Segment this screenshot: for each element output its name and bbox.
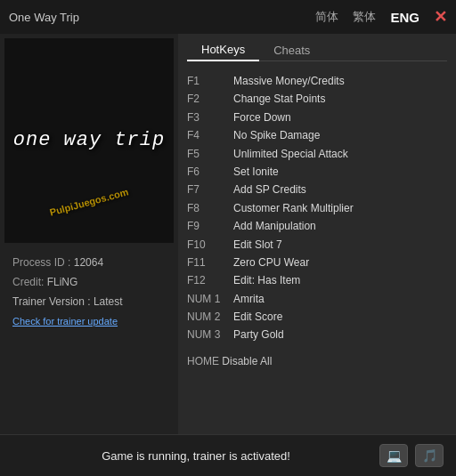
credit-row: Credit: FLiNG <box>12 276 166 288</box>
hotkey-row: F4No Spike Damage <box>187 126 447 144</box>
hotkey-key: F11 <box>187 254 233 271</box>
hotkey-row: F2Change Stat Points <box>187 90 447 108</box>
hotkey-row: F9Add Manipulation <box>187 217 447 235</box>
hotkey-key: F8 <box>187 199 233 217</box>
tabs: HotKeys Cheats <box>187 34 447 61</box>
hotkey-desc: No Spike Damage <box>233 126 320 144</box>
title-bar: One Way Trip 简体 繁体 ENG ✕ <box>0 0 456 34</box>
hotkey-key: F2 <box>187 90 233 108</box>
music-icon[interactable]: 🎵 <box>415 444 444 467</box>
monitor-icon[interactable]: 💻 <box>379 444 408 467</box>
hotkey-key: NUM 2 <box>187 308 233 326</box>
language-buttons: 简体 繁体 ENG ✕ <box>312 7 447 27</box>
app-title: One Way Trip <box>9 11 79 24</box>
lang-simplified[interactable]: 简体 <box>312 7 342 27</box>
hotkey-row: F8Customer Rank Multiplier <box>187 199 447 217</box>
process-id-row: Process ID : 12064 <box>12 256 166 269</box>
tab-cheats[interactable]: Cheats <box>259 39 324 61</box>
lang-traditional[interactable]: 繁体 <box>349 7 379 27</box>
hotkey-key: F5 <box>187 145 233 163</box>
hotkey-key: F12 <box>187 271 233 289</box>
hotkey-row: NUM 1Amrita <box>187 290 447 308</box>
process-id-value: 12064 <box>74 256 103 269</box>
hotkey-key: F10 <box>187 236 233 254</box>
home-section: HOME Disable All <box>187 355 447 367</box>
hotkey-key: F3 <box>187 109 233 126</box>
hotkey-key: F6 <box>187 163 233 181</box>
hotkey-desc: Massive Money/Credits <box>233 72 345 90</box>
tab-hotkeys[interactable]: HotKeys <box>187 39 259 61</box>
hotkey-desc: Add SP Credits <box>233 181 306 198</box>
hotkey-row: F6Set Ionite <box>187 163 447 181</box>
hotkey-key: F9 <box>187 217 233 235</box>
hotkey-desc: Edit: Has Item <box>233 271 300 289</box>
credit-value: FLiNG <box>47 276 78 288</box>
cover-watermark: PulpiJuegos.com <box>6 175 173 230</box>
info-panel: Process ID : 12064 Credit: FLiNG Trainer… <box>0 247 178 343</box>
hotkey-desc: Customer Rank Multiplier <box>233 199 354 217</box>
hotkey-row: F10Edit Slot 7 <box>187 236 447 254</box>
hotkey-row: NUM 3Party Gold <box>187 326 447 343</box>
hotkey-row: F1Massive Money/Credits <box>187 72 447 90</box>
hotkey-row: F11Zero CPU Wear <box>187 254 447 271</box>
hotkey-desc: Edit Score <box>233 308 282 326</box>
hotkey-desc: Party Gold <box>233 326 284 343</box>
home-desc: Disable All <box>222 355 272 367</box>
hotkey-row: F5Unlimited Special Attack <box>187 145 447 163</box>
hotkey-list: F1Massive Money/CreditsF2Change Stat Poi… <box>187 69 447 348</box>
hotkey-key: NUM 1 <box>187 290 233 308</box>
right-panel: HotKeys Cheats F1Massive Money/CreditsF2… <box>178 34 456 434</box>
hotkey-row: F7Add SP Credits <box>187 181 447 198</box>
hotkey-desc: Amrita <box>233 290 265 308</box>
status-message: Game is running, trainer is activated! <box>12 449 379 463</box>
home-key: HOME <box>187 355 219 367</box>
hotkey-key: F4 <box>187 126 233 144</box>
cover-title: one way trip <box>13 128 165 154</box>
lang-english[interactable]: ENG <box>387 8 423 27</box>
hotkey-desc: Unlimited Special Attack <box>233 145 348 163</box>
hotkey-row: NUM 2Edit Score <box>187 308 447 326</box>
hotkey-desc: Force Down <box>233 109 291 126</box>
hotkey-key: F7 <box>187 181 233 198</box>
credit-label: Credit: <box>12 276 44 288</box>
hotkey-key: F1 <box>187 72 233 90</box>
hotkey-desc: Add Manipulation <box>233 217 316 235</box>
process-label: Process ID : <box>12 256 70 269</box>
trainer-version-label: Trainer Version : Latest <box>12 295 123 308</box>
status-icons: 💻 🎵 <box>379 444 444 467</box>
check-update-link[interactable]: Check for trainer update <box>12 316 118 327</box>
close-button[interactable]: ✕ <box>434 7 447 27</box>
left-panel: one way trip PulpiJuegos.com Process ID … <box>0 34 178 434</box>
hotkey-desc: Edit Slot 7 <box>233 236 282 254</box>
hotkey-desc: Change Stat Points <box>233 90 325 108</box>
hotkey-row: F3Force Down <box>187 109 447 126</box>
hotkey-desc: Set Ionite <box>233 163 279 181</box>
hotkey-desc: Zero CPU Wear <box>233 254 309 271</box>
trainer-version-row: Trainer Version : Latest <box>12 295 166 308</box>
check-update-row[interactable]: Check for trainer update <box>12 315 166 327</box>
main-content: one way trip PulpiJuegos.com Process ID … <box>0 34 456 434</box>
hotkey-key: NUM 3 <box>187 326 233 343</box>
hotkey-row: F12Edit: Has Item <box>187 271 447 289</box>
game-cover: one way trip PulpiJuegos.com <box>4 38 174 243</box>
status-bar: Game is running, trainer is activated! 💻… <box>0 434 456 476</box>
